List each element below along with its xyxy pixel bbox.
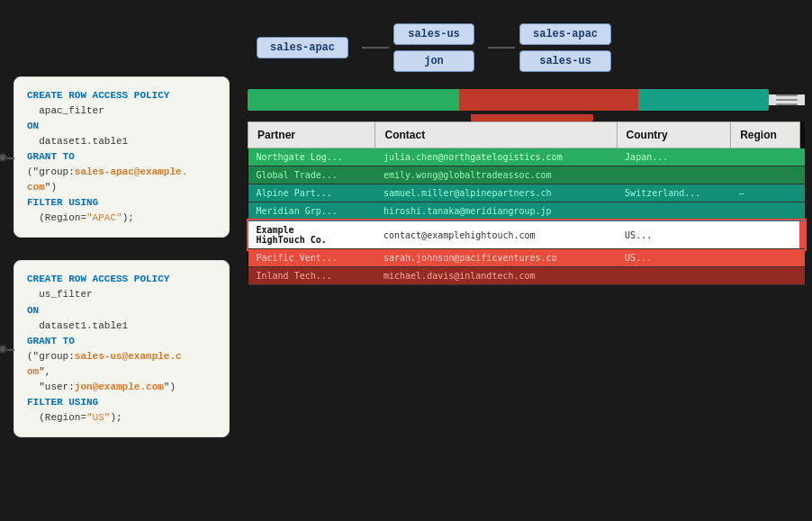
table-row: Pacific Vent... sarah.johnson@pacificven… [248,249,806,267]
filter-line-3 [776,103,798,105]
kw-filter-2: FILTER USING [27,397,98,408]
cell-country [617,202,731,221]
filter-string-1: "APAC" [86,212,122,223]
table-row: Northgate Log... julia.chen@northgatelog… [248,148,806,166]
cell-partner: Meridian Grp... [248,202,375,221]
cell-contact: michael.davis@inlandtech.com [375,267,617,285]
cell-country [617,166,731,184]
cell-partner: ExampleHighTouch Co. [248,220,375,249]
cell-contact: contact@examplehightouch.com [375,220,617,249]
left-panel: CREATE ROW ACCESS POLICY apac_filter ON … [0,0,239,521]
cell-country: US... [617,220,731,249]
user-name-2: jon@example.com [75,382,164,392]
filter-seg-green [248,89,459,111]
tag-sales-apac-1: sales-apac [257,37,348,58]
row-marker [799,249,805,267]
table-row: Meridian Grp... hiroshi.tanaka@meridiang… [248,202,806,221]
content-area: sales-apac sales-us jon sales-apac sales… [239,0,812,521]
filter-bar [248,85,805,114]
row-marker [799,202,805,221]
cell-country: Japan... [617,148,731,166]
kw-on-2: ON [27,305,39,316]
filter-value-1: (Region="APAC"); [27,212,134,223]
connector-line-2 [488,47,515,49]
grant-value-2b: "user:jon@example.com") [27,382,176,392]
row-marker [799,267,805,285]
cell-region [731,166,799,184]
tag-group-2: sales-us jon [393,23,474,72]
cell-partner: Global Trade... [248,166,375,184]
grant-value-1b: com") [27,182,57,193]
cell-partner: Northgate Log... [248,148,375,166]
tag-sales-us-1: sales-us [393,23,474,45]
cell-contact: hiroshi.tanaka@meridiangroup.jp [375,202,617,221]
row-marker [799,220,805,249]
filter-string-2: "US" [86,412,110,423]
filter-value-2: (Region="US"); [27,412,122,423]
data-table: Partner Contact Country Region Northgate… [248,121,805,285]
row-marker [799,166,805,184]
filter-seg-red [459,89,638,111]
table-container: Partner Contact Country Region Northgate… [248,121,805,512]
cell-country: US... [617,249,731,267]
kw-on-1: ON [27,121,39,131]
cell-region [731,267,799,285]
kw-create-2: CREATE ROW ACCESS POLICY [27,274,169,284]
policy-name-1: apac_filter [27,105,104,116]
group-name-1: sales-apac@example. [75,166,187,177]
kw-grant-1: GRANT TO [27,151,75,162]
filter-seg-teal [638,89,769,111]
main-container: CREATE ROW ACCESS POLICY apac_filter ON … [0,0,812,521]
group-name-1b: com [27,182,45,193]
filter-lines [769,94,805,105]
grant-value-1: ("group:sales-apac@example. [27,166,187,177]
policy-name-2: us_filter [27,289,93,300]
table-row-highlight: ExampleHighTouch Co. contact@examplehigh… [248,220,806,249]
filter-line-2 [776,99,798,101]
connector-line-1 [362,47,389,49]
col-region: Region [731,122,799,148]
cell-contact: julia.chen@northgatelogistics.com [375,148,617,166]
cell-contact: sarah.johnson@pacificventures.co [375,249,617,267]
cell-region [731,249,799,267]
cell-contact: samuel.miller@alpinepartners.ch [375,184,617,202]
connector-dot-1 [0,153,7,162]
kw-grant-2: GRANT TO [27,336,75,346]
col-partner: Partner [248,122,375,148]
code-block-us: CREATE ROW ACCESS POLICY us_filter ON da… [14,260,230,436]
table-row: Inland Tech... michael.davis@inlandtech.… [248,267,806,285]
tag-sales-apac-2: sales-apac [519,23,611,45]
filter-bar-lower-red [471,114,593,121]
table-ref-1: dataset1.table1 [27,136,128,147]
filter-line-1 [776,94,798,96]
tag-group-1: sales-apac [257,37,348,58]
code-block-apac: CREATE ROW ACCESS POLICY apac_filter ON … [14,76,230,238]
row-marker [799,184,805,202]
cell-contact: emily.wong@globaltradeassoc.com [375,166,617,184]
kw-filter-1: FILTER USING [27,197,98,208]
cell-country: Switzerland... [617,184,731,202]
cell-partner: Pacific Vent... [248,249,375,267]
grant-comma: ", [39,366,50,377]
cell-region [731,202,799,221]
filter-bar-segments [248,89,769,111]
tag-jon-1: jon [393,50,474,72]
cell-country [617,267,731,285]
cell-region [731,220,799,249]
cell-partner: Alpine Part... [248,184,375,202]
table-row: Global Trade... emily.wong@globaltradeas… [248,166,806,184]
group-name-2: sales-us@example.c [75,351,182,362]
table-header-row: Partner Contact Country Region [248,122,806,148]
row-marker [799,148,805,166]
cell-region [731,148,799,166]
cell-partner: Inland Tech... [248,267,375,285]
table-ref-2: dataset1.table1 [27,320,128,331]
col-contact: Contact [375,122,617,148]
tag-group-3: sales-apac sales-us [519,23,611,72]
grant-value-2: ("group:sales-us@example.c [27,351,182,362]
kw-create-1: CREATE ROW ACCESS POLICY [27,90,169,101]
col-country: Country [617,122,731,148]
tag-row: sales-apac sales-us jon sales-apac sales… [248,9,805,85]
table-row: Alpine Part... samuel.miller@alpinepartn… [248,184,806,202]
group-name-2b: om [27,366,39,377]
